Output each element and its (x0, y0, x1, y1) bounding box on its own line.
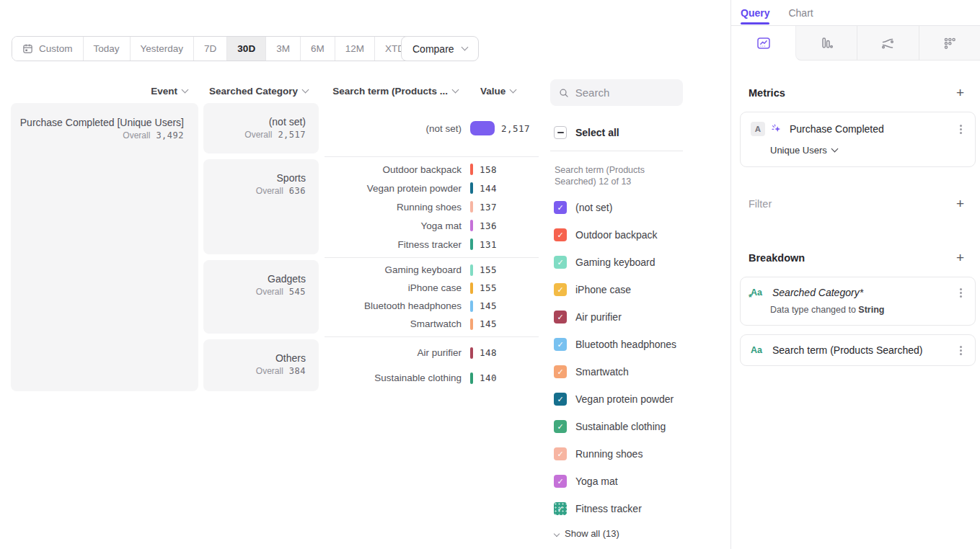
series-filter-item[interactable]: iPhone case (554, 276, 723, 303)
event-sparkle-icon (770, 123, 782, 135)
term-value: 140 (480, 372, 497, 383)
category-name: (not set) (269, 115, 306, 129)
category-overall: Overall384 (256, 366, 306, 376)
report-tab-insights[interactable] (731, 26, 795, 61)
chevron-down-icon (302, 86, 309, 94)
series-filter-item[interactable]: Bluetooth headphones (554, 331, 723, 358)
series-checkbox[interactable] (554, 201, 567, 214)
chevron-down-icon (182, 86, 189, 94)
term-row[interactable]: Air purifier148 (325, 347, 539, 359)
aggregation-select[interactable]: Unique Users (770, 145, 837, 156)
category-cell[interactable]: GadgetsOverall545 (203, 260, 319, 334)
series-checkbox[interactable] (554, 502, 567, 515)
series-checkbox[interactable] (554, 447, 567, 460)
series-label: Yoga mat (575, 476, 618, 487)
series-checkbox[interactable] (554, 475, 567, 488)
date-range-12m[interactable]: 12M (335, 37, 375, 61)
column-header-search-term[interactable]: Search term (Products ... (325, 84, 458, 97)
metric-menu-button[interactable] (960, 128, 962, 130)
metric-card[interactable]: A Purchase Completed Unique Users (740, 112, 976, 167)
add-filter-button[interactable] (956, 197, 964, 210)
column-header-event[interactable]: Event (72, 84, 187, 97)
breakdown-card-search-term[interactable]: Aa Search term (Products Searched) (740, 334, 976, 366)
series-checkbox[interactable] (554, 283, 567, 296)
term-row[interactable]: (not set)2,517 (325, 121, 539, 135)
compare-button[interactable]: Compare (401, 36, 479, 61)
series-filter-item[interactable]: Air purifier (554, 303, 723, 331)
value-bar (470, 318, 473, 330)
column-header-value[interactable]: Value (480, 84, 538, 97)
term-row[interactable]: Fitness tracker131 (325, 238, 539, 250)
term-row[interactable]: Smartwatch145 (325, 318, 539, 330)
breakdown-menu-button[interactable] (960, 349, 962, 352)
category-group: OthersOverall384Air purifier148Sustainab… (203, 339, 539, 391)
tab-query[interactable]: Query (741, 0, 769, 26)
term-value: 145 (480, 300, 497, 311)
series-filter-item[interactable]: Smartwatch (554, 358, 723, 385)
term-row[interactable]: Bluetooth headphones145 (325, 300, 539, 312)
search-input[interactable] (575, 86, 674, 99)
add-metric-button[interactable] (956, 86, 964, 99)
date-range-yesterday[interactable]: Yesterday (131, 37, 195, 61)
series-filter-item[interactable]: (not set) (554, 194, 723, 221)
event-cell[interactable]: Purchase Completed [Unique Users] Overal… (11, 103, 198, 391)
series-checkbox[interactable] (554, 338, 567, 351)
category-cell[interactable]: OthersOverall384 (203, 339, 319, 391)
term-row[interactable]: Yoga mat136 (325, 220, 539, 231)
date-range-3m[interactable]: 3M (266, 37, 301, 61)
term-row[interactable]: Sustainable clothing140 (325, 372, 539, 384)
date-range-30d[interactable]: 30D (227, 37, 266, 61)
category-overall: Overall545 (256, 287, 306, 297)
series-filter-item[interactable]: Running shoes (554, 440, 723, 468)
term-row[interactable]: iPhone case155 (325, 282, 539, 294)
compare-label: Compare (412, 43, 454, 55)
series-filter-item[interactable]: Vegan protein powder (554, 385, 723, 413)
string-property-icon: Aa (751, 345, 765, 355)
series-checkbox[interactable] (554, 256, 567, 269)
series-filter-item[interactable]: Gaming keyboard (554, 249, 723, 276)
column-header-searched-category[interactable]: Searched Category (193, 84, 308, 97)
series-checkbox[interactable] (554, 365, 567, 378)
series-label: Gaming keyboard (575, 256, 655, 268)
breakdown-menu-button[interactable] (960, 292, 962, 294)
show-all-toggle[interactable]: Show all (13) (553, 528, 619, 539)
series-checkbox[interactable] (554, 420, 567, 433)
breakdown-note: Data type changed to String (770, 305, 965, 315)
term-row[interactable]: Gaming keyboard155 (325, 264, 539, 276)
term-label: Smartwatch (325, 318, 462, 329)
series-filter-item[interactable]: Sustainable clothing (554, 413, 723, 440)
add-breakdown-button[interactable] (956, 251, 964, 264)
select-all-row[interactable]: Select all (554, 126, 619, 139)
report-tab-retention[interactable] (919, 26, 980, 60)
date-range-6m[interactable]: 6M (301, 37, 335, 61)
breakdown-card-searched-category[interactable]: Aa Searched Category* Data type changed … (740, 277, 976, 326)
category-group: GadgetsOverall545Gaming keyboard155iPhon… (203, 260, 539, 334)
category-cell[interactable]: SportsOverall636 (203, 159, 319, 254)
event-name: Purchase Completed [Unique Users] (20, 115, 184, 130)
report-tab-flows[interactable] (857, 26, 919, 60)
report-tab-strip (795, 26, 980, 61)
tab-chart[interactable]: Chart (788, 0, 813, 26)
series-label: (not set) (575, 202, 612, 213)
value-bar (470, 282, 473, 294)
category-cell[interactable]: (not set)Overall2,517 (203, 103, 319, 153)
date-range-today[interactable]: Today (84, 37, 131, 61)
series-checkbox[interactable] (554, 393, 567, 406)
date-range-custom[interactable]: Custom (12, 37, 84, 61)
term-row[interactable]: Outdoor backpack158 (325, 164, 539, 175)
series-filter-item[interactable]: Outdoor backpack (554, 221, 723, 249)
date-range-7d[interactable]: 7D (194, 37, 227, 61)
term-row[interactable]: Vegan protein powder144 (325, 182, 539, 194)
series-search[interactable] (550, 79, 683, 106)
report-tab-funnels[interactable] (796, 26, 857, 60)
term-row[interactable]: Running shoes137 (325, 201, 539, 213)
select-all-checkbox[interactable] (554, 126, 567, 139)
series-list: (not set)Outdoor backpackGaming keyboard… (554, 194, 723, 522)
metric-event-name: Purchase Completed (790, 123, 884, 135)
series-filter-item[interactable]: Yoga mat (554, 468, 723, 495)
chevron-down-icon (831, 146, 838, 153)
search-icon (559, 87, 569, 99)
series-checkbox[interactable] (554, 311, 567, 323)
series-checkbox[interactable] (554, 228, 567, 241)
series-filter-item[interactable]: Fitness tracker (554, 495, 723, 522)
